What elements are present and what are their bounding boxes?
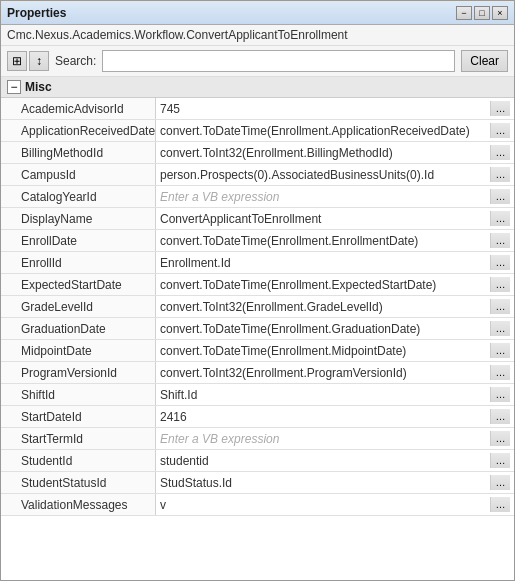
prop-value-cell: convert.ToDateTime(Enrollment.Enrollment… [156,230,514,251]
table-row: AcademicAdvisorId745… [1,98,514,120]
prop-name-cell: StudentId [1,450,156,471]
prop-value-cell: convert.ToDateTime(Enrollment.Applicatio… [156,120,514,141]
prop-ellipsis-button[interactable]: … [490,123,510,138]
prop-ellipsis-button[interactable]: … [490,299,510,314]
table-row: StartTermIdEnter a VB expression… [1,428,514,450]
table-row: EnrollIdEnrollment.Id… [1,252,514,274]
prop-name-cell: ProgramVersionId [1,362,156,383]
subtitle-bar: Cmc.Nexus.Academics.Workflow.ConvertAppl… [1,25,514,46]
prop-name-cell: AcademicAdvisorId [1,98,156,119]
prop-value-cell: studentid… [156,450,514,471]
table-row: ProgramVersionIdconvert.ToInt32(Enrollme… [1,362,514,384]
search-input[interactable] [102,50,455,72]
prop-ellipsis-button[interactable]: … [490,453,510,468]
prop-value-cell: convert.ToDateTime(Enrollment.MidpointDa… [156,340,514,361]
prop-value-text: 745 [160,102,490,116]
prop-ellipsis-button[interactable]: … [490,233,510,248]
prop-name-cell: GradeLevelId [1,296,156,317]
prop-name-cell: GraduationDate [1,318,156,339]
sort-alpha-icon: ↕ [36,54,42,68]
prop-value-text: 2416 [160,410,490,424]
prop-value-text: ConvertApplicantToEnrollment [160,212,490,226]
prop-name-cell: StartDateId [1,406,156,427]
prop-ellipsis-button[interactable]: … [490,387,510,402]
close-button[interactable]: × [492,6,508,20]
table-row: EnrollDateconvert.ToDateTime(Enrollment.… [1,230,514,252]
table-row: ExpectedStartDateconvert.ToDateTime(Enro… [1,274,514,296]
prop-value-text: person.Prospects(0).AssociatedBusinessUn… [160,168,490,182]
prop-ellipsis-button[interactable]: … [490,409,510,424]
sort-category-button[interactable]: ⊞ [7,51,27,71]
prop-name-cell: ApplicationReceivedDate [1,120,156,141]
prop-value-text: convert.ToDateTime(Enrollment.Applicatio… [160,124,490,138]
prop-value-cell: ConvertApplicantToEnrollment… [156,208,514,229]
prop-ellipsis-button[interactable]: … [490,101,510,116]
prop-value-cell: convert.ToInt32(Enrollment.ProgramVersio… [156,362,514,383]
prop-ellipsis-button[interactable]: … [490,189,510,204]
prop-name-cell: BillingMethodId [1,142,156,163]
prop-name-cell: CatalogYearId [1,186,156,207]
prop-value-text: studentid [160,454,490,468]
prop-value-cell: Enter a VB expression… [156,186,514,207]
search-bar: ⊞ ↕ Search: Clear [1,46,514,77]
prop-value-cell: Enrollment.Id… [156,252,514,273]
search-label: Search: [55,54,96,68]
table-row: ShiftIdShift.Id… [1,384,514,406]
toggle-icon: − [10,80,17,94]
sort-category-icon: ⊞ [12,54,22,68]
prop-value-text: convert.ToInt32(Enrollment.GradeLevelId) [160,300,490,314]
subtitle-text: Cmc.Nexus.Academics.Workflow.ConvertAppl… [7,28,348,42]
section-header: − Misc [1,77,514,98]
table-row: CatalogYearIdEnter a VB expression… [1,186,514,208]
prop-ellipsis-button[interactable]: … [490,167,510,182]
prop-value-text: convert.ToDateTime(Enrollment.MidpointDa… [160,344,490,358]
section-toggle[interactable]: − [7,80,21,94]
restore-button[interactable]: □ [474,6,490,20]
prop-name-cell: DisplayName [1,208,156,229]
prop-name-cell: EnrollDate [1,230,156,251]
prop-name-cell: CampusId [1,164,156,185]
prop-ellipsis-button[interactable]: … [490,475,510,490]
prop-name-cell: MidpointDate [1,340,156,361]
sort-alpha-button[interactable]: ↕ [29,51,49,71]
prop-value-text: Enter a VB expression [160,190,490,204]
minimize-button[interactable]: − [456,6,472,20]
prop-value-text: v [160,498,490,512]
window-title: Properties [7,6,66,20]
prop-value-cell: convert.ToDateTime(Enrollment.ExpectedSt… [156,274,514,295]
title-bar-controls: − □ × [456,6,508,20]
table-row: StartDateId2416… [1,406,514,428]
properties-window: Properties − □ × Cmc.Nexus.Academics.Wor… [0,0,515,581]
search-icon-group: ⊞ ↕ [7,51,49,71]
prop-ellipsis-button[interactable]: … [490,145,510,160]
title-bar-left: Properties [7,6,66,20]
prop-value-cell: person.Prospects(0).AssociatedBusinessUn… [156,164,514,185]
prop-name-cell: ShiftId [1,384,156,405]
prop-value-text: Enter a VB expression [160,432,490,446]
prop-value-cell: 745… [156,98,514,119]
table-row: StudentStatusIdStudStatus.Id… [1,472,514,494]
prop-ellipsis-button[interactable]: … [490,431,510,446]
prop-value-cell: 2416… [156,406,514,427]
table-row: ValidationMessagesv… [1,494,514,516]
prop-value-cell: StudStatus.Id… [156,472,514,493]
prop-ellipsis-button[interactable]: … [490,497,510,512]
prop-ellipsis-button[interactable]: … [490,255,510,270]
prop-ellipsis-button[interactable]: … [490,277,510,292]
table-row: BillingMethodIdconvert.ToInt32(Enrollmen… [1,142,514,164]
prop-value-text: convert.ToDateTime(Enrollment.Enrollment… [160,234,490,248]
table-row: GradeLevelIdconvert.ToInt32(Enrollment.G… [1,296,514,318]
table-row: GraduationDateconvert.ToDateTime(Enrollm… [1,318,514,340]
prop-ellipsis-button[interactable]: … [490,321,510,336]
table-row: DisplayNameConvertApplicantToEnrollment… [1,208,514,230]
properties-table: AcademicAdvisorId745…ApplicationReceived… [1,98,514,580]
prop-name-cell: StartTermId [1,428,156,449]
clear-button[interactable]: Clear [461,50,508,72]
table-row: CampusIdperson.Prospects(0).AssociatedBu… [1,164,514,186]
prop-ellipsis-button[interactable]: … [490,365,510,380]
prop-ellipsis-button[interactable]: … [490,211,510,226]
prop-value-cell: Shift.Id… [156,384,514,405]
prop-value-cell: v… [156,494,514,515]
prop-name-cell: EnrollId [1,252,156,273]
prop-ellipsis-button[interactable]: … [490,343,510,358]
